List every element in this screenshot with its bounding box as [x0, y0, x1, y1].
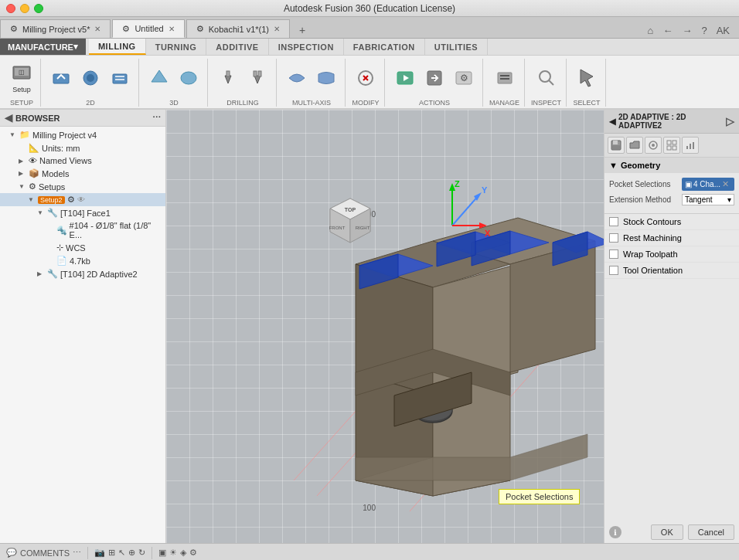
2d-adaptive-button[interactable]: [47, 66, 75, 90]
multiaxis-button[interactable]: [283, 66, 311, 90]
stock-contours-row[interactable]: Stock Contours: [604, 214, 739, 230]
pocket-selections-clear[interactable]: ✕: [722, 179, 729, 189]
right-panel: ◀ 2D ADAPTIVE : 2D ADAPTIVE2 ▷: [604, 110, 739, 543]
question-icon[interactable]: ?: [698, 23, 710, 38]
rp-settings-button[interactable]: [645, 137, 662, 154]
pocket-selections-value[interactable]: ▣ 4 Cha... ✕: [682, 178, 734, 191]
setup2-badge: Setup2: [38, 196, 65, 204]
new-setup-button[interactable]: ◫ Setup: [8, 61, 36, 95]
home-icon[interactable]: ⌂: [645, 23, 657, 38]
minimize-button[interactable]: [20, 4, 29, 13]
transform-icon[interactable]: ⊕: [128, 548, 135, 558]
browser-item-setups[interactable]: ▼ ⚙ Setups: [0, 180, 165, 193]
inspect-button[interactable]: [533, 66, 560, 90]
geometry-section-header[interactable]: ▼ Geometry: [604, 158, 739, 173]
svg-line-24: [549, 80, 553, 85]
manufacture-menu[interactable]: MANUFACTURE ▾: [0, 39, 86, 55]
manage-button[interactable]: [491, 66, 519, 90]
rest-machining-row[interactable]: Rest Machining: [604, 230, 739, 246]
info-button[interactable]: ℹ: [609, 526, 622, 538]
viewport[interactable]: Z Y X 300 100 50 TOP FRONT RIGHT: [166, 110, 604, 543]
browser-collapse-button[interactable]: ◀: [5, 112, 12, 124]
setup2-eye-icon: 👁: [77, 195, 85, 204]
cancel-button[interactable]: Cancel: [688, 524, 734, 540]
tool-orientation-row[interactable]: Tool Orientation: [604, 263, 739, 279]
tab-kobachi-close[interactable]: ✕: [274, 25, 280, 33]
rp-chart-button[interactable]: [682, 137, 699, 154]
svg-text:⚙: ⚙: [460, 73, 468, 83]
browser-item-wcs[interactable]: ⊹ WCS: [0, 241, 165, 254]
ribbon-tab-turning[interactable]: TURNING: [146, 39, 207, 55]
browser-item-adaptive2[interactable]: ▶ 🔧 [T104] 2D Adaptive2: [0, 267, 165, 280]
modify-button[interactable]: [352, 66, 380, 90]
nav-buttons: 📷 ⊞ ↖ ⊕ ↻: [94, 548, 145, 558]
browser-item-units[interactable]: 📐 Units: mm: [0, 141, 165, 154]
browser-item-project[interactable]: ▼ 📁 Milling Project v4: [0, 128, 165, 141]
inspect-group-label: INSPECT: [531, 97, 561, 107]
orbit-icon[interactable]: ↻: [138, 548, 145, 558]
wrap-toolpath-row[interactable]: Wrap Toolpath: [604, 246, 739, 263]
lighting-icon[interactable]: ☀: [169, 548, 177, 558]
svg-point-70: [652, 144, 655, 147]
multiaxis-2-button[interactable]: [312, 66, 340, 90]
grid-icon[interactable]: ⊞: [108, 548, 115, 558]
adaptive2-label: [T104] 2D Adaptive2: [60, 270, 138, 279]
ok-button[interactable]: OK: [651, 524, 683, 540]
post-button[interactable]: [421, 66, 448, 90]
ribbon-tab-utilities[interactable]: UTILITIES: [425, 39, 488, 55]
extension-method-select[interactable]: Tangent ▾: [682, 194, 734, 205]
2d-pocket-button[interactable]: [77, 66, 104, 90]
view-buttons: ▣ ☀ ◈ ⚙: [158, 548, 197, 558]
select-button[interactable]: [573, 66, 601, 90]
bottom-divider-2: [152, 547, 152, 559]
browser-item-models[interactable]: ▶ 📦 Models: [0, 167, 165, 180]
post-icon: [424, 67, 445, 89]
tab-untitled[interactable]: ⚙ Untitled ✕: [112, 19, 184, 38]
rp-grid-button[interactable]: [663, 137, 680, 154]
stock-contours-checkbox[interactable]: [609, 217, 618, 226]
effects-icon[interactable]: ◈: [180, 548, 186, 558]
browser-item-face1[interactable]: ▼ 🔧 [T104] Face1: [0, 206, 165, 219]
maximize-button[interactable]: [34, 4, 43, 13]
back-icon[interactable]: ←: [659, 23, 676, 38]
ribbon-tab-inspection[interactable]: INSPECTION: [269, 39, 344, 55]
3d-pocket-button[interactable]: [175, 66, 203, 90]
ribbon-tab-milling-label: MILLING: [98, 42, 136, 51]
drilling-2-button[interactable]: [243, 66, 271, 90]
rp-close-icon[interactable]: ▷: [726, 115, 734, 127]
rp-save-button[interactable]: [608, 137, 625, 154]
wrap-toolpath-checkbox[interactable]: [609, 249, 618, 259]
drilling-button[interactable]: [214, 66, 242, 90]
2d-contour-button[interactable]: [106, 66, 134, 90]
close-button[interactable]: [6, 4, 15, 13]
tool104-icon: 🔩: [56, 226, 67, 236]
browser-item-setup2[interactable]: ▼ Setup2 ⚙ 👁: [0, 193, 165, 206]
forward-icon[interactable]: →: [679, 23, 695, 38]
wrap-toolpath-label: Wrap Toolpath: [623, 249, 678, 259]
3d-adaptive-button[interactable]: [145, 66, 173, 90]
svg-point-23: [540, 71, 550, 82]
tab-milling-close[interactable]: ✕: [94, 25, 100, 33]
actions-more-button[interactable]: ⚙: [450, 66, 478, 90]
rp-open-button[interactable]: [626, 137, 643, 154]
rest-machining-checkbox[interactable]: [609, 233, 618, 243]
ribbon-tab-milling[interactable]: MILLING: [89, 39, 146, 55]
ribbon-tab-additive[interactable]: ADDITIVE: [206, 39, 268, 55]
display-icon[interactable]: ▣: [158, 548, 166, 558]
browser-item-tool104[interactable]: 🔩 #104 - Ø1/8" flat (1/8" E...: [0, 219, 165, 241]
camera-icon[interactable]: 📷: [94, 548, 105, 558]
svg-rect-6: [113, 74, 127, 83]
browser-item-named-views[interactable]: ▶ 👁 Named Views: [0, 154, 165, 167]
user-icon[interactable]: AK: [713, 23, 733, 38]
settings-icon[interactable]: ⚙: [189, 548, 197, 558]
new-tab-button[interactable]: +: [295, 22, 310, 38]
simulate-button[interactable]: [391, 66, 419, 90]
tab-milling[interactable]: ⚙ Milling Project v5* ✕: [0, 19, 111, 38]
axes-display: Z Y X: [429, 179, 491, 241]
cursor-icon[interactable]: ↖: [118, 548, 125, 558]
tab-kobachi[interactable]: ⚙ Kobachi1 v1*(1) ✕: [186, 19, 290, 38]
tool-orientation-checkbox[interactable]: [609, 266, 618, 275]
tab-untitled-close[interactable]: ✕: [169, 25, 175, 33]
ribbon-tab-fabrication[interactable]: FABRICATION: [344, 39, 425, 55]
browser-options-icon[interactable]: ⋯: [152, 113, 161, 123]
